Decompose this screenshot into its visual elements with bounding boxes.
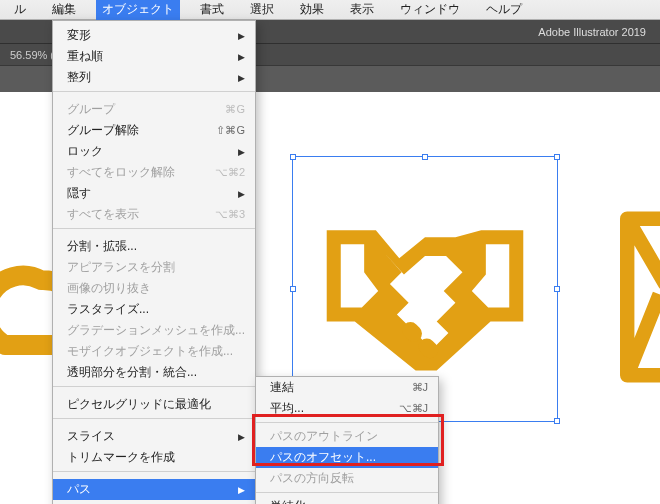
selection-handle[interactable] [554,418,560,424]
menu-item[interactable]: 整列 [53,67,255,88]
menu-item-shortcut: ⇧⌘G [216,124,245,137]
menu-item-label: グラデーションメッシュを作成... [67,322,245,339]
menu-item-label: 画像の切り抜き [67,280,151,297]
menubar-item[interactable]: 効果 [294,0,330,20]
path-submenu[interactable]: 連結⌘J平均...⌥⌘Jパスのアウトラインパスのオフセット...パスの方向反転単… [255,376,439,504]
mail-icon[interactable] [620,202,660,392]
object-menu-dropdown[interactable]: 変形重ね順整列グループ⌘Gグループ解除⇧⌘Gロックすべてをロック解除⌥⌘2隠すす… [52,20,256,504]
menu-item-label: ピクセルグリッドに最適化 [67,396,211,413]
submenu-item-shortcut: ⌥⌘J [399,402,429,415]
menu-item-shortcut: ⌘G [225,103,245,116]
menu-item-shortcut: ⌥⌘2 [215,166,245,179]
menu-item-label: ラスタライズ... [67,301,149,318]
menu-item-label: グループ解除 [67,122,139,139]
menubar-item[interactable]: 編集 [46,0,82,20]
menu-separator [53,418,255,419]
submenu-item-label: 単純化... [270,498,316,504]
menu-item-label: パス [67,481,91,498]
menu-item-shortcut: ⌥⌘3 [215,208,245,221]
menu-item-label: トリムマークを作成 [67,449,175,466]
menu-item[interactable]: 重ね順 [53,46,255,67]
menu-item-label: すべてを表示 [67,206,139,223]
submenu-item-label: 平均... [270,400,304,417]
menu-item-label: 分割・拡張... [67,238,137,255]
menu-item: すべてを表示⌥⌘3 [53,204,255,225]
menu-item[interactable]: グループ解除⇧⌘G [53,120,255,141]
menu-item[interactable]: ピクセルグリッドに最適化 [53,394,255,415]
menu-item: アピアランスを分割 [53,257,255,278]
menu-item-label: ロック [67,143,103,160]
menubar-item[interactable]: ウィンドウ [394,0,466,20]
submenu-item: パスの方向反転 [256,468,438,489]
submenu-item: パスのアウトライン [256,426,438,447]
menubar: ル編集オブジェクト書式選択効果表示ウィンドウヘルプ [0,0,660,20]
menubar-item[interactable]: ル [8,0,32,20]
menu-item[interactable]: シェイプ [53,500,255,504]
menu-item[interactable]: ラスタライズ... [53,299,255,320]
menu-item-label: グループ [67,101,115,118]
menubar-item[interactable]: 表示 [344,0,380,20]
menu-item-label: アピアランスを分割 [67,259,175,276]
menubar-item[interactable]: ヘルプ [480,0,528,20]
menu-separator [53,91,255,92]
submenu-item-label: パスの方向反転 [270,470,354,487]
menu-item[interactable]: 隠す [53,183,255,204]
app-title: Adobe Illustrator 2019 [538,26,646,38]
menu-item-label: 整列 [67,69,91,86]
submenu-item-shortcut: ⌘J [412,381,429,394]
submenu-item-label: パスのオフセット... [270,449,376,466]
menu-separator [256,422,438,423]
submenu-item[interactable]: 平均...⌥⌘J [256,398,438,419]
menu-item-label: 重ね順 [67,48,103,65]
menu-separator [53,471,255,472]
menu-item-label: 変形 [67,27,91,44]
menu-item[interactable]: パス [53,479,255,500]
menu-item-label: モザイクオブジェクトを作成... [67,343,233,360]
submenu-item[interactable]: 単純化... [256,496,438,504]
submenu-item[interactable]: パスのオフセット... [256,447,438,468]
menu-item[interactable]: スライス [53,426,255,447]
menubar-item[interactable]: 選択 [244,0,280,20]
menu-separator [53,386,255,387]
menu-item[interactable]: 変形 [53,25,255,46]
selection-handle[interactable] [554,286,560,292]
menu-item: モザイクオブジェクトを作成... [53,341,255,362]
menubar-item[interactable]: 書式 [194,0,230,20]
menu-item-label: 隠す [67,185,91,202]
selection-handle[interactable] [554,154,560,160]
selection-handle[interactable] [422,154,428,160]
menu-item: グラデーションメッシュを作成... [53,320,255,341]
menu-item-label: 透明部分を分割・統合... [67,364,197,381]
menu-item: 画像の切り抜き [53,278,255,299]
menu-item[interactable]: トリムマークを作成 [53,447,255,468]
menu-item: グループ⌘G [53,99,255,120]
submenu-item-label: 連結 [270,379,294,396]
menu-item-label: スライス [67,428,115,445]
submenu-item[interactable]: 連結⌘J [256,377,438,398]
menu-item-label: すべてをロック解除 [67,164,175,181]
submenu-item-label: パスのアウトライン [270,428,378,445]
selection-handle[interactable] [290,154,296,160]
menu-item[interactable]: 分割・拡張... [53,236,255,257]
menubar-item[interactable]: オブジェクト [96,0,180,20]
menu-separator [53,228,255,229]
selection-handle[interactable] [290,286,296,292]
menu-separator [256,492,438,493]
menu-item[interactable]: 透明部分を分割・統合... [53,362,255,383]
menu-item: すべてをロック解除⌥⌘2 [53,162,255,183]
menu-item[interactable]: ロック [53,141,255,162]
